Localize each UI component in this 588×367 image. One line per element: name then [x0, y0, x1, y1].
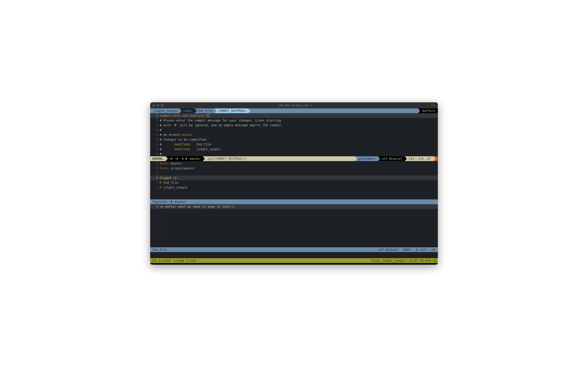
commit-msg-line[interactable]: 1 commit with vim fugitive!! — [150, 113, 438, 118]
tab-2nd-file[interactable]: 2nd_file — [195, 108, 215, 113]
warning-indicator — [433, 156, 436, 161]
titlebar: _zsh_tmux_plugin_run a ⌥⌘1 — [150, 102, 438, 108]
code-line[interactable]: 3 no matter what we need to keep it safe… — [150, 204, 438, 209]
line-number: 2 — [150, 185, 160, 190]
line-number: 1 — [150, 118, 160, 123]
line-number: 4 — [150, 132, 160, 137]
tmux-windows[interactable]: [0] 1:nvim* 2:node 3:zsh- — [151, 259, 198, 262]
second-file-buffer[interactable]: 3 no matter what we need to keep it safe… — [150, 204, 438, 247]
terminal-window: _zsh_tmux_plugin_run a ⌥⌘1 jingle_jungle… — [150, 102, 438, 265]
traffic-lights — [152, 104, 164, 107]
code-line[interactable]: 1 — [150, 171, 438, 175]
staged-file[interactable]: 2 M jingle_jungle — [150, 185, 438, 190]
error-indicator — [436, 156, 438, 161]
tab-index[interactable]: index — [179, 108, 195, 113]
tab-commit-editmsg[interactable]: COMMIT_EDITMSG+ — [215, 108, 248, 113]
window-title: _zsh_tmux_plugin_run a — [277, 104, 311, 107]
line-number: 1 — [150, 113, 160, 118]
command-area[interactable] — [150, 252, 438, 258]
close-icon[interactable] — [152, 104, 155, 107]
line-number: 5 — [150, 137, 160, 142]
code-line[interactable]: 3 # — [150, 128, 438, 132]
line-icon — [416, 248, 418, 251]
statusline-commit: NORMAL +0 ~0 -0 master .git/COMMIT_EDITM… — [150, 156, 438, 161]
empty-tilde: ~ — [150, 223, 438, 228]
commit-message-text: commit with vim fugitive!! — [160, 114, 208, 117]
cursor-icon — [208, 114, 209, 117]
line-icon — [414, 157, 418, 160]
empty-tilde: ~ — [150, 209, 438, 214]
commit-buffer[interactable]: 1 commit with vim fugitive!! 1 # Please … — [150, 113, 438, 156]
git-info: +0 ~0 -0 master — [166, 156, 203, 161]
fugitive-status[interactable]: 3 Head: master 2 Push: origin/master 1 4… — [150, 161, 438, 199]
encoding-indicator: utf-8[unix] — [378, 156, 405, 161]
line-number: 8 — [150, 151, 160, 156]
filetype-indicator: gitcommit — [355, 156, 378, 161]
fugitive-push[interactable]: 2 Push: origin/master — [150, 166, 438, 171]
line-number: 1 — [150, 171, 160, 175]
status-flag: M — [160, 181, 162, 184]
code-line[interactable]: 7 # modified: jingle_jungle — [150, 147, 438, 151]
branch-name: master — [175, 200, 186, 204]
tabline: jingle_jungle index 2nd_file COMMIT_EDIT… — [150, 108, 438, 113]
minimize-icon[interactable] — [157, 104, 159, 107]
line-number: 1 — [150, 180, 160, 185]
empty-tilde: ~ — [150, 195, 438, 199]
bottom-padding — [150, 263, 438, 265]
empty-tilde: ~ — [150, 190, 438, 195]
fugitive-staged-header[interactable]: 4 Staged (2) — [150, 175, 438, 180]
branch-name: master — [182, 133, 193, 136]
code-line[interactable]: 1 # Please enter the commit message for … — [150, 118, 438, 123]
zoom-icon[interactable] — [161, 104, 164, 107]
line-number: 3 — [150, 204, 160, 209]
empty-tilde: ~ — [150, 242, 438, 247]
code-line[interactable]: 8 # — [150, 151, 438, 156]
tmux-statusline: [0] 1:nvim* 2:node 3:zsh- "nvim jingle_j… — [150, 258, 438, 263]
line-number: 3 — [150, 161, 160, 166]
empty-tilde: ~ — [150, 233, 438, 238]
position-indicator: 11% 1/9 :27 — [405, 156, 433, 161]
statusline-fugitive: fugitive master — [150, 199, 438, 204]
tmux-right-status: "nvim jingle_jungle" 23:07 05-Feb-21 — [371, 259, 437, 262]
code-line[interactable]: 6 # modified: 2nd_file — [150, 142, 438, 147]
branch-icon — [185, 157, 188, 160]
line-number: 3 — [150, 128, 160, 132]
empty-tilde: ~ — [150, 218, 438, 223]
line-number: 6 — [150, 142, 160, 147]
line-number: 4 — [150, 175, 160, 180]
fugitive-head[interactable]: 3 Head: master — [150, 161, 438, 166]
empty-tilde: ~ — [150, 228, 438, 233]
window-hint: ⌥⌘1 — [430, 104, 435, 107]
statusline-second-file: 2nd_file utf-8[unix] 100% 3/3 :41 — [150, 247, 438, 252]
code-line[interactable]: 5 # Changes to be committed: — [150, 137, 438, 142]
staged-file[interactable]: 1 M 2nd_file — [150, 180, 438, 185]
buffers-label: buffers — [418, 108, 438, 113]
col-indicator: :41 — [430, 248, 436, 251]
file-path: .git/COMMIT_EDITMSG[+] — [203, 156, 355, 161]
file-name: 2nd_file — [152, 248, 167, 251]
position-indicator: utf-8[unix] 100% 3/3 :41 — [376, 248, 436, 251]
empty-tilde: ~ — [150, 214, 438, 218]
empty-tilde: ~ — [150, 238, 438, 242]
status-flag: M — [160, 186, 162, 189]
line-number: 7 — [150, 147, 160, 151]
code-line[interactable]: 4 # On branch master — [150, 132, 438, 137]
line-number: 2 — [150, 123, 160, 128]
code-line[interactable]: 2 # with '#' will be ignored, and an emp… — [150, 123, 438, 128]
line-number: 2 — [150, 166, 160, 171]
file-name: fugitive — [152, 200, 167, 204]
mode-indicator: NORMAL — [150, 156, 166, 161]
branch-icon — [171, 200, 173, 203]
tab-jingle-jungle[interactable]: jingle_jungle — [150, 108, 179, 113]
